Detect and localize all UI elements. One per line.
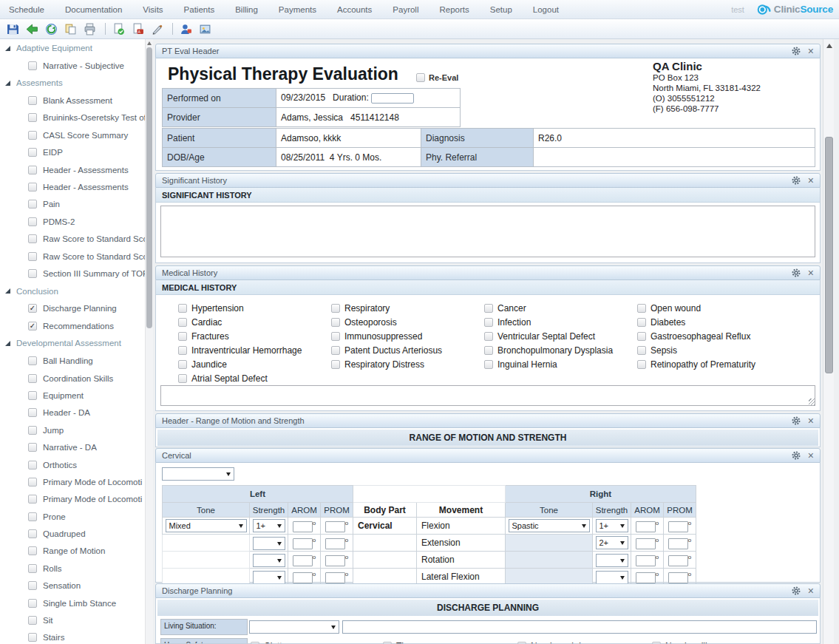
close-icon[interactable]: ×	[808, 416, 814, 426]
tree-item-pdms-2[interactable]: PDMS-2	[0, 213, 145, 230]
re-eval-checkbox[interactable]	[416, 73, 425, 82]
medical-condition-checkbox[interactable]	[484, 332, 493, 341]
medical-history-notes-textarea[interactable]	[160, 385, 815, 406]
right-arom-input-extension[interactable]	[636, 538, 656, 549]
tree-item-checkbox[interactable]	[28, 529, 37, 538]
tree-expander-icon[interactable]	[5, 81, 10, 86]
tree-item-checkbox[interactable]	[28, 148, 37, 157]
resize-handle-icon[interactable]	[809, 399, 815, 405]
menu-item-logout[interactable]: Logout	[533, 5, 559, 14]
left-arom-input-lateral-flexion[interactable]	[293, 572, 313, 583]
tree-item-checkbox[interactable]	[28, 166, 37, 174]
medical-condition-checkbox[interactable]	[331, 346, 340, 355]
menu-item-payments[interactable]: Payments	[279, 5, 316, 14]
tree-item-checkbox[interactable]	[28, 252, 37, 261]
tree-expander-icon[interactable]	[5, 341, 10, 346]
tree-item-checkbox[interactable]: ✓	[28, 304, 37, 313]
medical-condition-checkbox[interactable]	[637, 360, 646, 369]
menu-item-documentation[interactable]: Documentation	[65, 5, 122, 14]
menu-item-patients[interactable]: Patients	[184, 5, 215, 14]
print-icon[interactable]	[81, 21, 98, 38]
tree-item-pain[interactable]: Pain	[0, 196, 145, 213]
tree-item-header-da[interactable]: Header - DA	[0, 404, 145, 421]
left-strength-dropdown-rotation[interactable]	[253, 554, 285, 567]
tree-item-checkbox[interactable]	[28, 269, 37, 278]
right-strength-dropdown-extension[interactable]: 2+	[596, 536, 628, 549]
tree-item-checkbox[interactable]: ✓	[28, 322, 37, 331]
living-situation-dropdown[interactable]	[249, 620, 339, 634]
left-strength-dropdown-extension[interactable]	[253, 537, 285, 550]
copy-icon[interactable]	[62, 21, 79, 38]
tree-expander-icon[interactable]	[5, 288, 10, 294]
medical-condition-checkbox[interactable]	[331, 304, 340, 313]
tree-item-checkbox[interactable]	[28, 581, 37, 590]
living-situation-input[interactable]	[342, 620, 817, 634]
tree-item-checkbox[interactable]	[28, 461, 37, 470]
medical-condition-checkbox[interactable]	[331, 332, 340, 341]
left-strength-dropdown-flexion[interactable]: 1+	[253, 519, 285, 532]
right-prom-input-rotation[interactable]	[668, 555, 688, 566]
tree-group-developmental-assessment[interactable]: Developmental Assessment	[0, 334, 145, 352]
close-icon[interactable]: ×	[808, 268, 814, 278]
tree-item-checkbox[interactable]	[28, 217, 37, 226]
tree-item-checkbox[interactable]	[28, 426, 37, 435]
tree-item-jump[interactable]: Jump	[0, 421, 145, 438]
gear-icon[interactable]	[792, 586, 801, 595]
tree-group-conclusion[interactable]: Conclusion	[0, 282, 145, 300]
left-arom-input-extension[interactable]	[293, 538, 313, 549]
tree-item-checkbox[interactable]	[28, 616, 37, 625]
sidebar-scroll-up-icon[interactable]	[147, 41, 152, 45]
right-arom-input-flexion[interactable]	[636, 521, 656, 532]
medical-condition-checkbox[interactable]	[331, 318, 340, 327]
tree-item-checkbox[interactable]	[28, 512, 37, 521]
medical-condition-checkbox[interactable]	[178, 304, 187, 313]
right-arom-input-rotation[interactable]	[636, 555, 656, 566]
tree-item-checkbox[interactable]	[28, 443, 37, 452]
sidebar-scrollbar[interactable]	[145, 39, 153, 644]
doc-check-icon[interactable]	[110, 21, 127, 38]
tree-item-eidp[interactable]: EIDP	[0, 144, 145, 161]
tree-item-checkbox[interactable]	[28, 113, 37, 122]
tree-item-casl-score-summary[interactable]: CASL Score Summary	[0, 126, 145, 143]
tree-item-checkbox[interactable]	[28, 356, 37, 365]
tree-item-primary-mode-of-locomoti[interactable]: Primary Mode of Locomoti	[0, 491, 145, 508]
sidebar-scroll-thumb[interactable]	[146, 47, 152, 328]
right-tone-dropdown-flexion[interactable]: Spastic	[509, 519, 590, 532]
tree-item-rolls[interactable]: Rolls	[0, 560, 145, 577]
tree-item-blank-assessment[interactable]: Blank Assessment	[0, 92, 145, 109]
gear-icon[interactable]	[792, 416, 801, 425]
right-prom-input-flexion[interactable]	[668, 521, 688, 532]
tree-expander-icon[interactable]	[5, 46, 10, 51]
menu-item-schedule[interactable]: Schedule	[9, 5, 44, 14]
left-prom-input-flexion[interactable]	[325, 521, 345, 532]
gear-icon[interactable]	[792, 268, 801, 277]
main-scroll-thumb[interactable]	[825, 137, 833, 373]
left-strength-dropdown-lateral-flexion[interactable]	[253, 571, 285, 584]
tree-item-sensation[interactable]: Sensation	[0, 577, 145, 594]
close-icon[interactable]: ×	[808, 175, 814, 186]
tree-item-checkbox[interactable]	[28, 599, 37, 608]
image-icon[interactable]	[197, 21, 214, 38]
medical-condition-checkbox[interactable]	[331, 360, 340, 369]
medical-condition-checkbox[interactable]	[178, 318, 187, 327]
tree-item-checkbox[interactable]	[28, 131, 37, 140]
menu-item-billing[interactable]: Billing	[235, 5, 258, 14]
tree-item-single-limb-stance[interactable]: Single Limb Stance	[0, 594, 145, 611]
tree-group-assesments[interactable]: Assesments	[0, 74, 145, 92]
tree-item-coordination-skills[interactable]: Coordination Skills	[0, 370, 145, 387]
tree-item-stairs[interactable]: Stairs	[0, 629, 145, 644]
tree-item-header-assessments[interactable]: Header - Assessments	[0, 161, 145, 178]
main-scroll-up-icon[interactable]	[826, 44, 832, 48]
menu-item-payroll[interactable]: Payroll	[393, 5, 418, 14]
medical-condition-checkbox[interactable]	[484, 346, 493, 355]
tree-item-equipment[interactable]: Equipment	[0, 387, 145, 404]
medical-condition-checkbox[interactable]	[178, 332, 187, 341]
right-arom-input-lateral-flexion[interactable]	[636, 572, 656, 583]
tree-item-narrative-subjective[interactable]: Narrative - Subjective	[0, 57, 145, 74]
medical-condition-checkbox[interactable]	[178, 360, 187, 369]
tree-item-ball-handling[interactable]: Ball Handling	[0, 352, 145, 369]
tree-item-discharge-planning[interactable]: ✓Discharge Planning	[0, 300, 145, 317]
tree-item-checkbox[interactable]	[28, 96, 37, 105]
tree-item-raw-score-to-standard-sco[interactable]: Raw Score to Standard Sco	[0, 231, 145, 248]
tree-item-checkbox[interactable]	[28, 374, 37, 383]
